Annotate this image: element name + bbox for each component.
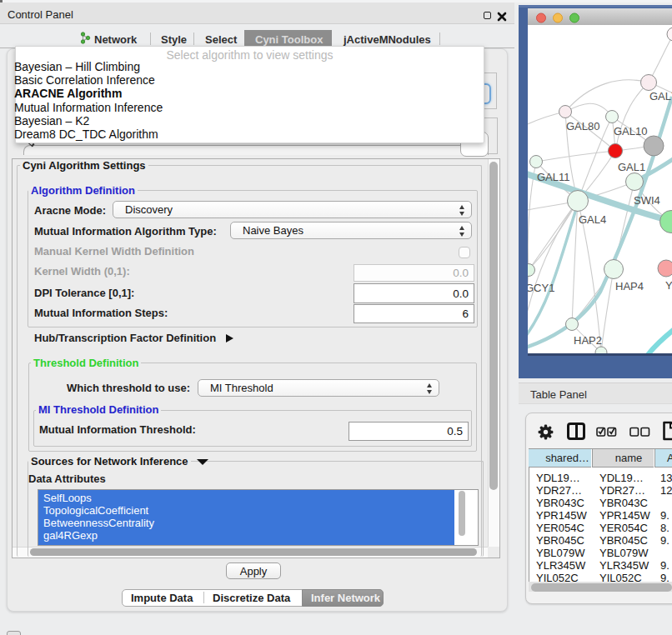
svg-text:GAL1: GAL1: [618, 161, 645, 173]
svg-text:SWI4: SWI4: [634, 194, 660, 207]
svg-text:GAL11: GAL11: [537, 171, 570, 183]
svg-text:GCY1: GCY1: [525, 282, 554, 294]
svg-text:GAL10: GAL10: [614, 125, 647, 138]
svg-text:HAP4: HAP4: [615, 280, 644, 292]
svg-text:HAP2: HAP2: [574, 334, 602, 347]
svg-text:GAL80: GAL80: [566, 120, 599, 132]
svg-text:Y: Y: [665, 279, 672, 292]
svg-text:GAL7: GAL7: [649, 90, 672, 102]
svg-text:GAL4: GAL4: [579, 213, 606, 226]
